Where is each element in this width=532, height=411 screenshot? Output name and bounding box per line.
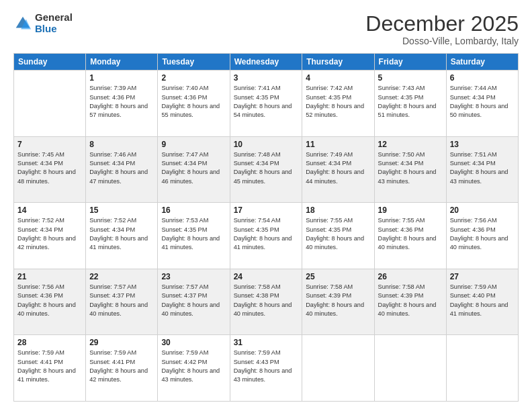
table-cell: 2Sunrise: 7:40 AMSunset: 4:36 PMDaylight…	[158, 71, 230, 137]
table-cell: 30Sunrise: 7:59 AMSunset: 4:42 PMDayligh…	[158, 335, 230, 402]
table-cell: 18Sunrise: 7:55 AMSunset: 4:35 PMDayligh…	[302, 203, 374, 269]
day-info: Sunrise: 7:58 AMSunset: 4:39 PMDaylight:…	[306, 283, 370, 318]
day-number: 17	[234, 205, 299, 215]
day-info: Sunrise: 7:46 AMSunset: 4:34 PMDaylight:…	[89, 150, 154, 186]
day-info: Sunrise: 7:41 AMSunset: 4:35 PMDaylight:…	[234, 84, 299, 120]
table-cell: 6Sunrise: 7:44 AMSunset: 4:34 PMDaylight…	[446, 71, 518, 137]
table-cell: 27Sunrise: 7:59 AMSunset: 4:40 PMDayligh…	[446, 269, 518, 335]
day-number: 29	[89, 338, 154, 347]
logo-text: General Blue	[35, 12, 73, 34]
day-number: 16	[161, 205, 226, 215]
day-info: Sunrise: 7:59 AMSunset: 4:42 PMDaylight:…	[161, 349, 226, 384]
table-cell: 22Sunrise: 7:57 AMSunset: 4:37 PMDayligh…	[86, 269, 158, 335]
table-cell: 25Sunrise: 7:58 AMSunset: 4:39 PMDayligh…	[302, 269, 374, 335]
table-cell	[374, 335, 446, 402]
day-info: Sunrise: 7:54 AMSunset: 4:35 PMDaylight:…	[234, 216, 299, 252]
table-cell: 3Sunrise: 7:41 AMSunset: 4:35 PMDaylight…	[230, 71, 302, 137]
day-number: 7	[17, 140, 82, 149]
logo-icon	[13, 14, 32, 33]
day-number: 27	[450, 272, 515, 281]
day-info: Sunrise: 7:48 AMSunset: 4:34 PMDaylight:…	[234, 150, 299, 186]
header-saturday: Saturday	[446, 54, 518, 71]
table-cell	[446, 335, 518, 402]
table-cell: 4Sunrise: 7:42 AMSunset: 4:35 PMDaylight…	[302, 71, 374, 137]
table-cell: 11Sunrise: 7:49 AMSunset: 4:34 PMDayligh…	[302, 136, 374, 203]
day-number: 30	[161, 338, 226, 347]
day-number: 14	[17, 205, 82, 215]
day-info: Sunrise: 7:59 AMSunset: 4:41 PMDaylight:…	[89, 349, 154, 384]
day-number: 10	[234, 140, 299, 149]
table-cell: 17Sunrise: 7:54 AMSunset: 4:35 PMDayligh…	[230, 203, 302, 269]
header: General Blue December 2025 Dosso-Ville, …	[13, 12, 519, 46]
table-cell: 16Sunrise: 7:53 AMSunset: 4:35 PMDayligh…	[158, 203, 230, 269]
day-info: Sunrise: 7:40 AMSunset: 4:36 PMDaylight:…	[161, 84, 226, 120]
logo-general: General	[35, 12, 73, 24]
day-info: Sunrise: 7:44 AMSunset: 4:34 PMDaylight:…	[450, 84, 515, 120]
table-cell: 12Sunrise: 7:50 AMSunset: 4:34 PMDayligh…	[374, 136, 446, 203]
title-location: Dosso-Ville, Lombardy, Italy	[365, 36, 519, 46]
day-info: Sunrise: 7:52 AMSunset: 4:34 PMDaylight:…	[17, 216, 82, 252]
day-number: 6	[450, 73, 515, 83]
day-number: 28	[17, 338, 82, 347]
day-number: 2	[161, 73, 226, 83]
table-cell: 14Sunrise: 7:52 AMSunset: 4:34 PMDayligh…	[14, 203, 86, 269]
day-info: Sunrise: 7:59 AMSunset: 4:43 PMDaylight:…	[234, 349, 299, 384]
day-info: Sunrise: 7:47 AMSunset: 4:34 PMDaylight:…	[161, 150, 226, 186]
day-number: 11	[306, 140, 370, 149]
table-cell: 7Sunrise: 7:45 AMSunset: 4:34 PMDaylight…	[14, 136, 86, 203]
day-number: 22	[89, 272, 154, 281]
table-cell: 29Sunrise: 7:59 AMSunset: 4:41 PMDayligh…	[86, 335, 158, 402]
day-info: Sunrise: 7:43 AMSunset: 4:35 PMDaylight:…	[378, 84, 443, 120]
day-number: 13	[450, 140, 515, 149]
table-cell: 23Sunrise: 7:57 AMSunset: 4:37 PMDayligh…	[158, 269, 230, 335]
table-row: 28Sunrise: 7:59 AMSunset: 4:41 PMDayligh…	[14, 335, 519, 402]
title-block: December 2025 Dosso-Ville, Lombardy, Ita…	[365, 12, 519, 46]
table-row: 14Sunrise: 7:52 AMSunset: 4:34 PMDayligh…	[14, 203, 519, 269]
day-number: 3	[234, 73, 299, 83]
table-cell: 31Sunrise: 7:59 AMSunset: 4:43 PMDayligh…	[230, 335, 302, 402]
table-row: 21Sunrise: 7:56 AMSunset: 4:36 PMDayligh…	[14, 269, 519, 335]
title-month: December 2025	[365, 12, 519, 36]
day-number: 15	[89, 205, 154, 215]
day-info: Sunrise: 7:57 AMSunset: 4:37 PMDaylight:…	[161, 283, 226, 318]
day-number: 24	[234, 272, 299, 281]
day-info: Sunrise: 7:50 AMSunset: 4:34 PMDaylight:…	[378, 150, 443, 186]
header-row: Sunday Monday Tuesday Wednesday Thursday…	[14, 54, 519, 71]
day-number: 25	[306, 272, 370, 281]
day-number: 5	[378, 73, 443, 83]
day-info: Sunrise: 7:58 AMSunset: 4:38 PMDaylight:…	[234, 283, 299, 318]
table-cell	[302, 335, 374, 402]
table-row: 7Sunrise: 7:45 AMSunset: 4:34 PMDaylight…	[14, 136, 519, 203]
table-cell: 20Sunrise: 7:56 AMSunset: 4:36 PMDayligh…	[446, 203, 518, 269]
day-info: Sunrise: 7:51 AMSunset: 4:34 PMDaylight:…	[450, 150, 515, 186]
day-number: 31	[234, 338, 299, 347]
table-cell: 26Sunrise: 7:58 AMSunset: 4:39 PMDayligh…	[374, 269, 446, 335]
table-cell: 13Sunrise: 7:51 AMSunset: 4:34 PMDayligh…	[446, 136, 518, 203]
header-thursday: Thursday	[302, 54, 374, 71]
day-number: 9	[161, 140, 226, 149]
logo-blue: Blue	[35, 24, 73, 35]
calendar-table: Sunday Monday Tuesday Wednesday Thursday…	[13, 53, 519, 402]
table-cell	[14, 71, 86, 137]
day-number: 8	[89, 140, 154, 149]
day-info: Sunrise: 7:56 AMSunset: 4:36 PMDaylight:…	[450, 216, 515, 252]
day-info: Sunrise: 7:45 AMSunset: 4:34 PMDaylight:…	[17, 150, 82, 186]
page: General Blue December 2025 Dosso-Ville, …	[0, 0, 532, 411]
day-number: 23	[161, 272, 226, 281]
day-info: Sunrise: 7:59 AMSunset: 4:41 PMDaylight:…	[17, 349, 82, 384]
table-cell: 8Sunrise: 7:46 AMSunset: 4:34 PMDaylight…	[86, 136, 158, 203]
table-cell: 1Sunrise: 7:39 AMSunset: 4:36 PMDaylight…	[86, 71, 158, 137]
day-info: Sunrise: 7:42 AMSunset: 4:35 PMDaylight:…	[306, 84, 370, 120]
day-number: 12	[378, 140, 443, 149]
table-cell: 28Sunrise: 7:59 AMSunset: 4:41 PMDayligh…	[14, 335, 86, 402]
header-wednesday: Wednesday	[230, 54, 302, 71]
table-cell: 9Sunrise: 7:47 AMSunset: 4:34 PMDaylight…	[158, 136, 230, 203]
day-number: 1	[89, 73, 154, 83]
table-cell: 19Sunrise: 7:55 AMSunset: 4:36 PMDayligh…	[374, 203, 446, 269]
table-cell: 5Sunrise: 7:43 AMSunset: 4:35 PMDaylight…	[374, 71, 446, 137]
day-number: 4	[306, 73, 370, 83]
day-number: 20	[450, 205, 515, 215]
day-number: 21	[17, 272, 82, 281]
table-cell: 24Sunrise: 7:58 AMSunset: 4:38 PMDayligh…	[230, 269, 302, 335]
day-info: Sunrise: 7:39 AMSunset: 4:36 PMDaylight:…	[89, 84, 154, 120]
